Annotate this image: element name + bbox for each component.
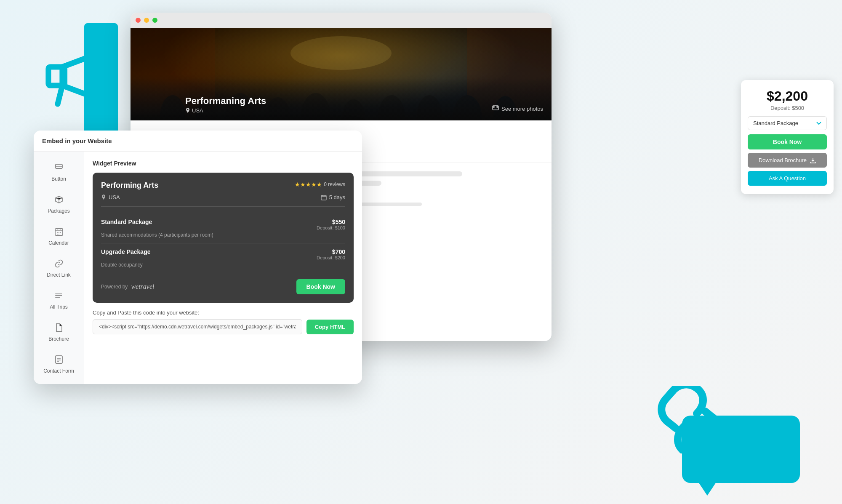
calendar-icon xyxy=(53,226,65,237)
list-icon xyxy=(53,290,65,301)
browser-header xyxy=(131,13,552,28)
widget-card-meta: USA 5 days xyxy=(101,194,345,207)
package-select[interactable]: Standard Package xyxy=(748,116,827,130)
file-icon xyxy=(53,322,65,333)
widget-preview-card: Performing Arts ★★★★★ 0 reviews USA xyxy=(93,173,354,303)
widget-package-header-2: Upgrade Package $700 Deposit: $200 xyxy=(101,248,345,260)
widget-package-upgrade: Upgrade Package $700 Deposit: $200 Doubl… xyxy=(101,243,345,273)
sidebar-item-button[interactable]: Button xyxy=(34,157,84,187)
hero-title: Performaning Arts xyxy=(185,96,266,107)
widget-card-footer: Powered by wetravel Book Now xyxy=(101,279,345,294)
sidebar-item-brochure[interactable]: Brochure xyxy=(34,317,84,347)
stars-icon: ★★★★★ xyxy=(295,181,322,188)
embed-code-row: Copy HTML xyxy=(93,319,354,334)
svg-rect-34 xyxy=(321,195,326,200)
sidebar-item-contact-form[interactable]: Contact Form xyxy=(34,349,84,379)
embed-code-label: Copy and Paste this code into your websi… xyxy=(93,309,354,316)
hero-image: Performaning Arts USA See more photos xyxy=(131,28,552,120)
svg-point-27 xyxy=(55,293,56,294)
box-icon xyxy=(53,194,65,205)
sidebar-item-packages[interactable]: Packages xyxy=(34,189,84,219)
widget-book-now-button[interactable]: Book Now xyxy=(296,279,345,294)
copy-html-button[interactable]: Copy HTML xyxy=(306,320,354,334)
cursor-icon xyxy=(53,162,65,173)
widget-package-standard: Standard Package $550 Deposit: $100 Shar… xyxy=(101,213,345,243)
speech-bubble-decoration xyxy=(682,416,800,483)
embed-modal: Embed in your Website Button Packages xyxy=(34,131,362,384)
widget-duration: 5 days xyxy=(321,194,345,200)
sidebar-item-calendar[interactable]: Calendar xyxy=(34,221,84,251)
sidebar-item-all-trips[interactable]: All Trips xyxy=(34,285,84,315)
widget-card-title: Performing Arts xyxy=(101,181,158,190)
sidebar-item-direct-link[interactable]: Direct Link xyxy=(34,253,84,283)
see-more-photos-button[interactable]: See more photos xyxy=(492,105,543,112)
price-amount: $2,200 xyxy=(748,88,827,104)
price-deposit: Deposit: $500 xyxy=(748,105,827,111)
book-now-button[interactable]: Book Now xyxy=(748,134,827,149)
powered-by-area: Powered by wetravel xyxy=(101,283,154,291)
svg-point-15 xyxy=(493,106,495,108)
hero-title-area: Performaning Arts USA xyxy=(185,96,266,114)
ask-question-button[interactable]: Ask A Question xyxy=(748,171,827,186)
svg-rect-30 xyxy=(56,356,62,363)
embed-sidebar: Button Packages Calendar xyxy=(34,152,84,384)
widget-rating: ★★★★★ 0 reviews xyxy=(295,181,345,188)
browser-close-dot xyxy=(136,18,141,23)
widget-preview-label: Widget Preview xyxy=(93,160,354,167)
svg-point-29 xyxy=(55,297,56,298)
svg-point-28 xyxy=(55,295,56,296)
embed-code-input[interactable] xyxy=(93,319,302,334)
widget-card-header: Performing Arts ★★★★★ 0 reviews xyxy=(101,181,345,190)
pricing-sidebar: $2,200 Deposit: $500 Standard Package Bo… xyxy=(741,80,834,194)
form-icon xyxy=(53,354,65,365)
link-sidebar-icon xyxy=(53,258,65,269)
browser-maximize-dot xyxy=(152,18,157,23)
widget-package-header-1: Standard Package $550 Deposit: $100 xyxy=(101,219,345,230)
svg-point-2 xyxy=(290,36,392,70)
embed-code-section: Copy and Paste this code into your websi… xyxy=(93,309,354,334)
embed-modal-title: Embed in your Website xyxy=(34,131,362,152)
browser-minimize-dot xyxy=(144,18,149,23)
svg-point-16 xyxy=(496,106,498,108)
hero-location: USA xyxy=(185,107,266,114)
embed-modal-body: Button Packages Calendar xyxy=(34,152,362,384)
svg-rect-0 xyxy=(48,67,65,85)
scene: Performaning Arts USA See more photos FI… xyxy=(0,0,842,504)
widget-location: USA xyxy=(101,194,120,200)
embed-main-area: Widget Preview Performing Arts ★★★★★ 0 r… xyxy=(84,152,362,384)
download-brochure-button[interactable]: Download Brochure xyxy=(748,153,827,168)
